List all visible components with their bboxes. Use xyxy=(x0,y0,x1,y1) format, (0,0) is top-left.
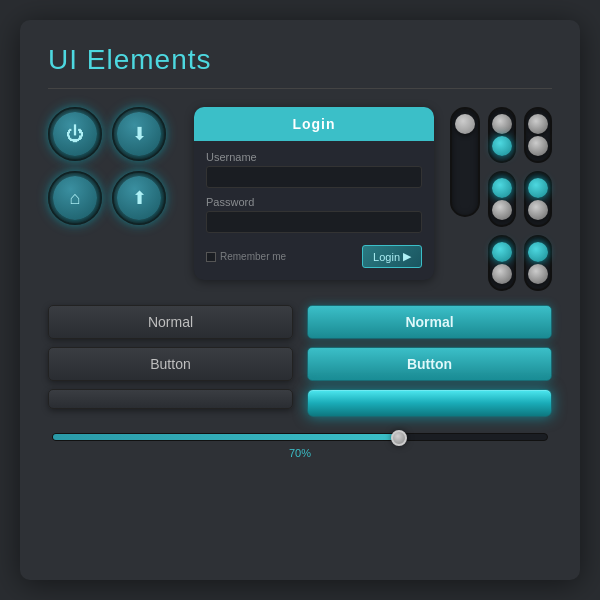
login-button[interactable]: Login ▶ xyxy=(362,245,422,268)
toggle-2-1[interactable] xyxy=(524,107,552,163)
button-row-1: ⏻ ⬇ xyxy=(48,107,178,161)
page-title: UI Elements xyxy=(48,44,552,76)
progress-section: 70% xyxy=(48,433,552,459)
progress-label: 70% xyxy=(52,447,548,459)
flat-buttons-col: Normal Button xyxy=(48,305,293,417)
toggle-strip-2 xyxy=(524,107,552,291)
divider xyxy=(48,88,552,89)
shiny-teal-button[interactable] xyxy=(307,389,552,417)
normal-teal-button[interactable]: Normal xyxy=(307,305,552,339)
toggle-1-1[interactable] xyxy=(488,107,516,163)
thumb-2-2 xyxy=(492,200,512,220)
thumb-5-2 xyxy=(528,200,548,220)
home-icon: ⌂ xyxy=(70,188,81,209)
username-label: Username xyxy=(206,151,422,163)
login-header: Login xyxy=(194,107,434,141)
thumb-1-1 xyxy=(492,114,512,134)
login-card: Login Username Password Remember me xyxy=(194,107,434,280)
thumb-6-2 xyxy=(528,264,548,284)
single-toggle[interactable] xyxy=(450,107,480,217)
single-thumb xyxy=(455,114,475,134)
arrow-icon: ▶ xyxy=(403,250,411,263)
remember-me-wrapper: Remember me xyxy=(206,251,286,262)
thumb-2-1 xyxy=(492,178,512,198)
button-flat-button[interactable]: Button xyxy=(48,347,293,381)
download-icon: ⬇ xyxy=(132,123,147,145)
thumb-3-2 xyxy=(492,264,512,284)
thumb-4-1 xyxy=(528,114,548,134)
login-footer: Remember me Login ▶ xyxy=(194,241,434,268)
progress-track[interactable] xyxy=(52,433,548,441)
thumb-4-2 xyxy=(528,136,548,156)
teal-buttons-col: Normal Button xyxy=(307,305,552,417)
thumb-6-1 xyxy=(528,242,548,262)
main-container: UI Elements ⏻ ⬇ ⌂ ⬆ xyxy=(20,20,580,580)
button-row-2: ⌂ ⬆ xyxy=(48,171,178,225)
upload-button[interactable]: ⬆ xyxy=(112,171,166,225)
password-label: Password xyxy=(206,196,422,208)
power-icon: ⏻ xyxy=(66,124,84,145)
login-btn-label: Login xyxy=(373,251,400,263)
thumb-1-2 xyxy=(492,136,512,156)
username-field: Username xyxy=(194,151,434,188)
login-title: Login xyxy=(292,116,335,132)
thumb-5-1 xyxy=(528,178,548,198)
thin-flat-button[interactable] xyxy=(48,389,293,409)
username-input[interactable] xyxy=(206,166,422,188)
password-field: Password xyxy=(194,196,434,233)
toggle-strip-1 xyxy=(488,107,516,291)
power-button[interactable]: ⏻ xyxy=(48,107,102,161)
progress-fill xyxy=(53,434,399,440)
normal-flat-button[interactable]: Normal xyxy=(48,305,293,339)
toggle-switches-col xyxy=(450,107,552,291)
buttons-section: Normal Button Normal Button xyxy=(48,305,552,417)
password-input[interactable] xyxy=(206,211,422,233)
button-teal-button[interactable]: Button xyxy=(307,347,552,381)
round-buttons-col: ⏻ ⬇ ⌂ ⬆ xyxy=(48,107,178,291)
thumb-3-1 xyxy=(492,242,512,262)
download-button[interactable]: ⬇ xyxy=(112,107,166,161)
middle-col: Login Username Password Remember me xyxy=(194,107,434,291)
content-grid: ⏻ ⬇ ⌂ ⬆ Login Us xyxy=(48,107,552,291)
remember-checkbox[interactable] xyxy=(206,252,216,262)
remember-label: Remember me xyxy=(220,251,286,262)
progress-thumb xyxy=(391,430,407,446)
toggle-2-3[interactable] xyxy=(524,235,552,291)
home-button[interactable]: ⌂ xyxy=(48,171,102,225)
toggle-2-2[interactable] xyxy=(524,171,552,227)
toggle-1-2[interactable] xyxy=(488,171,516,227)
upload-icon: ⬆ xyxy=(132,187,147,209)
toggle-1-3[interactable] xyxy=(488,235,516,291)
